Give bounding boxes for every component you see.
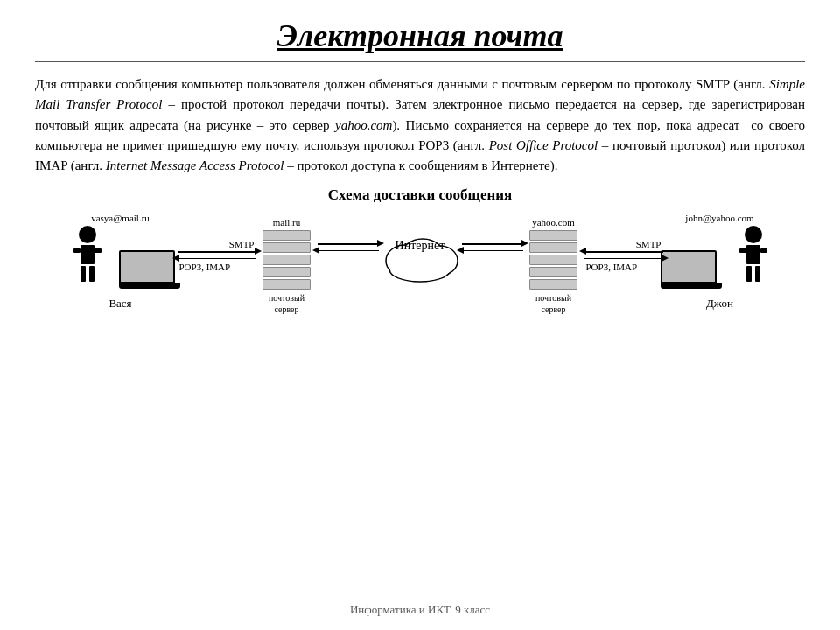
svg-rect-15 (760, 248, 767, 253)
svg-point-12 (390, 258, 450, 281)
svg-rect-16 (746, 266, 752, 282)
page: Электронная почта Для отправки сообщения… (0, 0, 840, 630)
right-server-domain: yahoo.com (532, 217, 575, 228)
pop3-label-left: POP3, IMAP (179, 261, 231, 273)
receiver-laptop (661, 250, 722, 289)
footer-text: Информатика и ИКТ. 9 класс (350, 603, 490, 621)
svg-rect-2 (94, 248, 102, 253)
right-server-label: почтовыйсервер (536, 292, 571, 315)
receiver-email: john@yahoo.com (685, 213, 753, 223)
svg-rect-13 (746, 245, 760, 264)
svg-rect-1 (74, 248, 80, 253)
diagram-title: Схема доставки сообщения (35, 186, 805, 204)
smtp-label-right: SMTP (636, 239, 662, 249)
svg-rect-4 (89, 266, 94, 282)
sender-email: vasya@mail.ru (91, 213, 150, 223)
smtp-label-left: SMTP (229, 239, 255, 249)
internet-cloud: Интернет (379, 226, 462, 277)
sender-name: Вася (108, 297, 131, 311)
title-divider (35, 61, 805, 62)
sender-laptop (119, 250, 180, 289)
svg-rect-0 (80, 245, 94, 264)
left-server: mail.ru почтовыйсервер (256, 217, 318, 315)
pop3-label-right: POP3, IMAP (586, 261, 638, 273)
receiver-person (727, 226, 780, 289)
sender-person (61, 226, 114, 289)
left-server-label: почтовыйсервер (269, 292, 304, 315)
left-server-domain: mail.ru (273, 217, 300, 228)
right-server: yahoo.com почтовыйсервер (523, 217, 584, 315)
cloud-svg (379, 226, 462, 283)
receiver-name: Джон (706, 297, 733, 311)
page-title: Электронная почта (277, 18, 564, 54)
internet-label: Интернет (396, 239, 445, 253)
main-paragraph: Для отправки сообщения компьютер пользов… (35, 74, 805, 176)
diagram-section: Схема доставки сообщения vasya@mail.ru (35, 186, 805, 315)
svg-rect-3 (80, 266, 86, 282)
svg-rect-14 (739, 248, 746, 253)
svg-rect-17 (755, 266, 760, 282)
